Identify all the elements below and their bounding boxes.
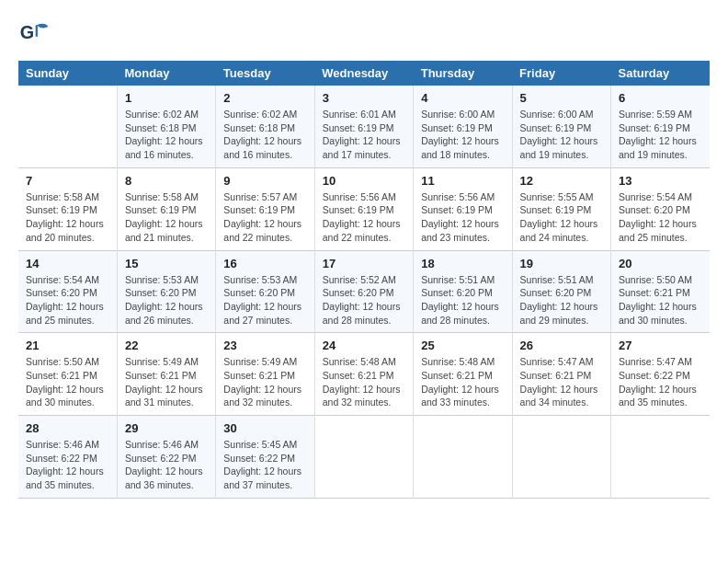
day-info: Sunrise: 6:00 AM Sunset: 6:19 PM Dayligh… bbox=[520, 108, 603, 162]
week-row-2: 7Sunrise: 5:58 AM Sunset: 6:19 PM Daylig… bbox=[18, 167, 710, 250]
calendar-cell: 11Sunrise: 5:56 AM Sunset: 6:19 PM Dayli… bbox=[414, 167, 512, 250]
calendar-cell: 30Sunrise: 5:45 AM Sunset: 6:22 PM Dayli… bbox=[216, 416, 314, 499]
day-info: Sunrise: 5:49 AM Sunset: 6:21 PM Dayligh… bbox=[125, 355, 208, 409]
day-number: 10 bbox=[323, 174, 405, 188]
calendar-cell: 16Sunrise: 5:53 AM Sunset: 6:20 PM Dayli… bbox=[216, 250, 314, 333]
col-header-wednesday: Wednesday bbox=[314, 61, 413, 86]
day-number: 12 bbox=[520, 174, 603, 188]
day-info: Sunrise: 5:52 AM Sunset: 6:20 PM Dayligh… bbox=[323, 273, 405, 327]
svg-text:G: G bbox=[20, 22, 34, 42]
col-header-thursday: Thursday bbox=[414, 61, 512, 86]
day-info: Sunrise: 5:46 AM Sunset: 6:22 PM Dayligh… bbox=[26, 438, 109, 492]
day-info: Sunrise: 5:48 AM Sunset: 6:21 PM Dayligh… bbox=[421, 355, 504, 409]
day-number: 30 bbox=[223, 421, 306, 435]
day-number: 22 bbox=[125, 339, 208, 352]
calendar-cell: 8Sunrise: 5:58 AM Sunset: 6:19 PM Daylig… bbox=[117, 167, 215, 250]
calendar-header: SundayMondayTuesdayWednesdayThursdayFrid… bbox=[18, 61, 710, 86]
calendar-cell: 21Sunrise: 5:50 AM Sunset: 6:21 PM Dayli… bbox=[18, 333, 117, 416]
week-row-1: 1Sunrise: 6:02 AM Sunset: 6:18 PM Daylig… bbox=[18, 86, 710, 167]
day-info: Sunrise: 5:58 AM Sunset: 6:19 PM Dayligh… bbox=[125, 190, 208, 245]
day-info: Sunrise: 5:50 AM Sunset: 6:21 PM Dayligh… bbox=[26, 355, 109, 409]
day-info: Sunrise: 5:58 AM Sunset: 6:19 PM Dayligh… bbox=[26, 190, 109, 245]
calendar-cell bbox=[18, 86, 117, 167]
calendar-cell: 5Sunrise: 6:00 AM Sunset: 6:19 PM Daylig… bbox=[512, 86, 610, 167]
day-number: 26 bbox=[520, 339, 603, 352]
day-info: Sunrise: 5:51 AM Sunset: 6:20 PM Dayligh… bbox=[520, 273, 603, 327]
calendar-cell: 28Sunrise: 5:46 AM Sunset: 6:22 PM Dayli… bbox=[18, 416, 117, 499]
col-header-friday: Friday bbox=[512, 61, 610, 86]
header-row: SundayMondayTuesdayWednesdayThursdayFrid… bbox=[18, 61, 710, 86]
day-info: Sunrise: 6:02 AM Sunset: 6:18 PM Dayligh… bbox=[223, 108, 306, 162]
day-number: 17 bbox=[323, 257, 405, 270]
day-number: 29 bbox=[125, 421, 208, 435]
day-info: Sunrise: 5:50 AM Sunset: 6:21 PM Dayligh… bbox=[619, 273, 702, 327]
logo: G bbox=[18, 18, 57, 52]
col-header-monday: Monday bbox=[117, 61, 215, 86]
day-info: Sunrise: 5:55 AM Sunset: 6:19 PM Dayligh… bbox=[520, 190, 603, 245]
calendar-cell: 24Sunrise: 5:48 AM Sunset: 6:21 PM Dayli… bbox=[314, 333, 413, 416]
day-number: 20 bbox=[619, 257, 702, 270]
calendar-table: SundayMondayTuesdayWednesdayThursdayFrid… bbox=[18, 61, 710, 499]
day-info: Sunrise: 5:59 AM Sunset: 6:19 PM Dayligh… bbox=[619, 108, 702, 162]
calendar-cell: 19Sunrise: 5:51 AM Sunset: 6:20 PM Dayli… bbox=[512, 250, 610, 333]
calendar-cell: 20Sunrise: 5:50 AM Sunset: 6:21 PM Dayli… bbox=[611, 250, 710, 333]
day-number: 3 bbox=[323, 91, 405, 105]
day-number: 19 bbox=[520, 257, 603, 270]
calendar-cell: 27Sunrise: 5:47 AM Sunset: 6:22 PM Dayli… bbox=[611, 333, 710, 416]
day-info: Sunrise: 6:00 AM Sunset: 6:19 PM Dayligh… bbox=[421, 108, 504, 162]
calendar-cell bbox=[611, 416, 710, 499]
calendar-cell: 10Sunrise: 5:56 AM Sunset: 6:19 PM Dayli… bbox=[314, 167, 413, 250]
day-info: Sunrise: 5:47 AM Sunset: 6:21 PM Dayligh… bbox=[520, 355, 603, 409]
calendar-body: 1Sunrise: 6:02 AM Sunset: 6:18 PM Daylig… bbox=[18, 86, 710, 498]
day-info: Sunrise: 5:51 AM Sunset: 6:20 PM Dayligh… bbox=[421, 273, 504, 327]
calendar-cell: 4Sunrise: 6:00 AM Sunset: 6:19 PM Daylig… bbox=[414, 86, 512, 167]
day-number: 7 bbox=[26, 174, 109, 188]
day-number: 8 bbox=[125, 174, 208, 188]
day-number: 5 bbox=[520, 91, 603, 105]
day-info: Sunrise: 5:47 AM Sunset: 6:22 PM Dayligh… bbox=[619, 355, 702, 409]
day-info: Sunrise: 5:54 AM Sunset: 6:20 PM Dayligh… bbox=[619, 190, 702, 245]
week-row-4: 21Sunrise: 5:50 AM Sunset: 6:21 PM Dayli… bbox=[18, 333, 710, 416]
calendar-cell: 23Sunrise: 5:49 AM Sunset: 6:21 PM Dayli… bbox=[216, 333, 314, 416]
calendar-cell: 1Sunrise: 6:02 AM Sunset: 6:18 PM Daylig… bbox=[117, 86, 215, 167]
col-header-tuesday: Tuesday bbox=[216, 61, 314, 86]
day-info: Sunrise: 5:53 AM Sunset: 6:20 PM Dayligh… bbox=[223, 273, 306, 327]
day-number: 4 bbox=[421, 91, 504, 105]
day-info: Sunrise: 5:53 AM Sunset: 6:20 PM Dayligh… bbox=[125, 273, 208, 327]
day-number: 14 bbox=[26, 257, 109, 270]
day-number: 11 bbox=[421, 174, 504, 188]
calendar-cell bbox=[414, 416, 512, 499]
day-number: 6 bbox=[619, 91, 702, 105]
day-info: Sunrise: 5:46 AM Sunset: 6:22 PM Dayligh… bbox=[125, 438, 208, 492]
calendar-cell: 13Sunrise: 5:54 AM Sunset: 6:20 PM Dayli… bbox=[611, 167, 710, 250]
calendar-cell: 26Sunrise: 5:47 AM Sunset: 6:21 PM Dayli… bbox=[512, 333, 610, 416]
calendar-cell: 9Sunrise: 5:57 AM Sunset: 6:19 PM Daylig… bbox=[216, 167, 314, 250]
day-number: 18 bbox=[421, 257, 504, 270]
calendar-cell: 14Sunrise: 5:54 AM Sunset: 6:20 PM Dayli… bbox=[18, 250, 117, 333]
page-header: G bbox=[18, 18, 710, 52]
col-header-saturday: Saturday bbox=[611, 61, 710, 86]
day-info: Sunrise: 5:45 AM Sunset: 6:22 PM Dayligh… bbox=[223, 438, 306, 492]
logo-icon: G bbox=[18, 18, 51, 52]
day-number: 13 bbox=[619, 174, 702, 188]
calendar-cell: 17Sunrise: 5:52 AM Sunset: 6:20 PM Dayli… bbox=[314, 250, 413, 333]
calendar-cell: 22Sunrise: 5:49 AM Sunset: 6:21 PM Dayli… bbox=[117, 333, 215, 416]
day-number: 27 bbox=[619, 339, 702, 352]
day-info: Sunrise: 5:57 AM Sunset: 6:19 PM Dayligh… bbox=[223, 190, 306, 245]
day-info: Sunrise: 5:48 AM Sunset: 6:21 PM Dayligh… bbox=[323, 355, 405, 409]
day-info: Sunrise: 6:02 AM Sunset: 6:18 PM Dayligh… bbox=[125, 108, 208, 162]
calendar-cell: 2Sunrise: 6:02 AM Sunset: 6:18 PM Daylig… bbox=[216, 86, 314, 167]
calendar-cell: 3Sunrise: 6:01 AM Sunset: 6:19 PM Daylig… bbox=[314, 86, 413, 167]
day-number: 24 bbox=[323, 339, 405, 352]
calendar-cell: 7Sunrise: 5:58 AM Sunset: 6:19 PM Daylig… bbox=[18, 167, 117, 250]
day-number: 21 bbox=[26, 339, 109, 352]
day-number: 16 bbox=[223, 257, 306, 270]
day-number: 2 bbox=[223, 91, 306, 105]
calendar-cell: 6Sunrise: 5:59 AM Sunset: 6:19 PM Daylig… bbox=[611, 86, 710, 167]
calendar-cell: 18Sunrise: 5:51 AM Sunset: 6:20 PM Dayli… bbox=[414, 250, 512, 333]
day-info: Sunrise: 5:56 AM Sunset: 6:19 PM Dayligh… bbox=[421, 190, 504, 245]
day-number: 15 bbox=[125, 257, 208, 270]
day-info: Sunrise: 5:54 AM Sunset: 6:20 PM Dayligh… bbox=[26, 273, 109, 327]
day-info: Sunrise: 5:56 AM Sunset: 6:19 PM Dayligh… bbox=[323, 190, 405, 245]
day-info: Sunrise: 6:01 AM Sunset: 6:19 PM Dayligh… bbox=[323, 108, 405, 162]
